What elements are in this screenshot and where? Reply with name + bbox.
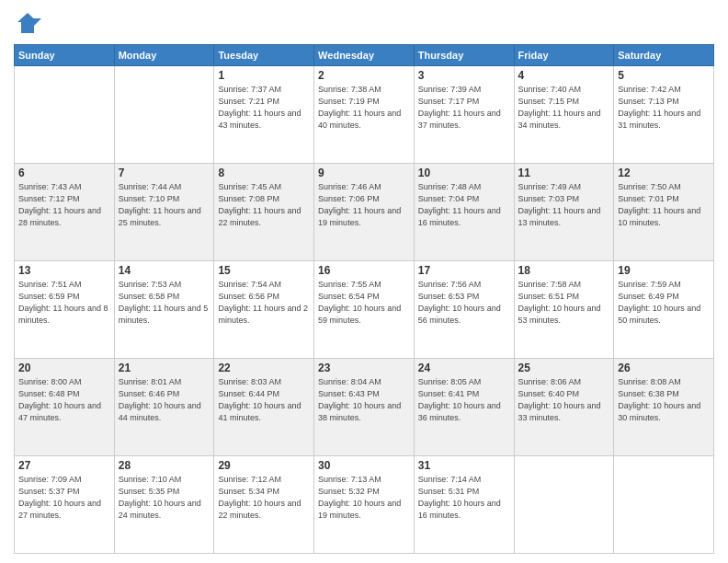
day-info: Sunrise: 8:08 AM Sunset: 6:38 PM Dayligh…	[618, 376, 710, 424]
weekday-header: Saturday	[614, 45, 714, 66]
svg-marker-1	[34, 18, 41, 26]
day-number: 18	[518, 264, 610, 277]
day-info: Sunrise: 7:49 AM Sunset: 7:03 PM Dayligh…	[518, 181, 610, 229]
calendar-cell: 31Sunrise: 7:14 AM Sunset: 5:31 PM Dayli…	[414, 456, 514, 554]
calendar-cell: 26Sunrise: 8:08 AM Sunset: 6:38 PM Dayli…	[614, 359, 714, 456]
weekday-header: Tuesday	[214, 45, 314, 66]
calendar-cell: 18Sunrise: 7:58 AM Sunset: 6:51 PM Dayli…	[514, 261, 614, 359]
day-info: Sunrise: 8:00 AM Sunset: 6:48 PM Dayligh…	[18, 376, 110, 424]
day-number: 15	[218, 264, 310, 277]
calendar-cell: 22Sunrise: 8:03 AM Sunset: 6:44 PM Dayli…	[214, 359, 314, 456]
day-info: Sunrise: 7:09 AM Sunset: 5:37 PM Dayligh…	[18, 474, 110, 522]
day-info: Sunrise: 7:56 AM Sunset: 6:53 PM Dayligh…	[418, 279, 510, 327]
calendar-cell: 21Sunrise: 8:01 AM Sunset: 6:46 PM Dayli…	[114, 359, 214, 456]
day-info: Sunrise: 7:13 AM Sunset: 5:32 PM Dayligh…	[318, 474, 410, 522]
calendar-cell: 25Sunrise: 8:06 AM Sunset: 6:40 PM Dayli…	[514, 359, 614, 456]
day-number: 21	[119, 362, 210, 374]
day-number: 19	[618, 264, 710, 277]
calendar-cell: 6Sunrise: 7:43 AM Sunset: 7:12 PM Daylig…	[15, 164, 115, 261]
day-number: 17	[418, 264, 510, 277]
calendar-cell: 9Sunrise: 7:46 AM Sunset: 7:06 PM Daylig…	[314, 164, 415, 261]
page: SundayMondayTuesdayWednesdayThursdayFrid…	[0, 0, 728, 563]
day-number: 31	[418, 459, 510, 472]
day-number: 5	[618, 69, 710, 82]
day-info: Sunrise: 7:48 AM Sunset: 7:04 PM Dayligh…	[418, 181, 510, 229]
day-number: 7	[119, 167, 210, 179]
day-number: 11	[518, 167, 610, 179]
calendar-cell	[614, 456, 714, 554]
day-info: Sunrise: 8:03 AM Sunset: 6:44 PM Dayligh…	[218, 376, 310, 424]
calendar-cell: 10Sunrise: 7:48 AM Sunset: 7:04 PM Dayli…	[414, 164, 514, 261]
day-info: Sunrise: 7:59 AM Sunset: 6:49 PM Dayligh…	[618, 279, 710, 327]
weekday-header: Sunday	[15, 45, 115, 66]
day-number: 30	[318, 459, 410, 472]
day-info: Sunrise: 7:51 AM Sunset: 6:59 PM Dayligh…	[18, 279, 110, 327]
day-info: Sunrise: 7:42 AM Sunset: 7:13 PM Dayligh…	[618, 84, 710, 132]
day-info: Sunrise: 8:01 AM Sunset: 6:46 PM Dayligh…	[119, 376, 210, 424]
day-info: Sunrise: 7:46 AM Sunset: 7:06 PM Dayligh…	[318, 181, 410, 229]
calendar-cell: 29Sunrise: 7:12 AM Sunset: 5:34 PM Dayli…	[214, 456, 314, 554]
calendar-cell	[514, 456, 614, 554]
calendar-cell: 8Sunrise: 7:45 AM Sunset: 7:08 PM Daylig…	[214, 164, 314, 261]
day-number: 8	[218, 167, 310, 179]
day-info: Sunrise: 7:39 AM Sunset: 7:17 PM Dayligh…	[418, 84, 510, 132]
day-number: 9	[318, 167, 410, 179]
day-info: Sunrise: 7:38 AM Sunset: 7:19 PM Dayligh…	[318, 84, 410, 132]
day-number: 27	[18, 459, 110, 472]
calendar-cell: 2Sunrise: 7:38 AM Sunset: 7:19 PM Daylig…	[314, 66, 415, 164]
day-number: 16	[318, 264, 410, 277]
day-number: 28	[119, 459, 210, 472]
weekday-header: Wednesday	[314, 45, 415, 66]
day-info: Sunrise: 7:53 AM Sunset: 6:58 PM Dayligh…	[119, 279, 210, 327]
day-number: 25	[518, 362, 610, 374]
logo-icon	[14, 9, 41, 37]
day-number: 12	[618, 167, 710, 179]
calendar-cell: 3Sunrise: 7:39 AM Sunset: 7:17 PM Daylig…	[414, 66, 514, 164]
day-info: Sunrise: 7:14 AM Sunset: 5:31 PM Dayligh…	[418, 474, 510, 522]
calendar-cell: 12Sunrise: 7:50 AM Sunset: 7:01 PM Dayli…	[614, 164, 714, 261]
calendar-cell: 19Sunrise: 7:59 AM Sunset: 6:49 PM Dayli…	[614, 261, 714, 359]
day-info: Sunrise: 8:06 AM Sunset: 6:40 PM Dayligh…	[518, 376, 610, 424]
header	[14, 9, 714, 37]
day-info: Sunrise: 7:12 AM Sunset: 5:34 PM Dayligh…	[218, 474, 310, 522]
day-info: Sunrise: 7:44 AM Sunset: 7:10 PM Dayligh…	[119, 181, 210, 229]
calendar-cell: 30Sunrise: 7:13 AM Sunset: 5:32 PM Dayli…	[314, 456, 415, 554]
calendar-cell	[114, 66, 214, 164]
day-info: Sunrise: 7:50 AM Sunset: 7:01 PM Dayligh…	[618, 181, 710, 229]
day-number: 1	[218, 69, 310, 82]
calendar-cell: 4Sunrise: 7:40 AM Sunset: 7:15 PM Daylig…	[514, 66, 614, 164]
day-number: 13	[18, 264, 110, 277]
calendar-cell: 1Sunrise: 7:37 AM Sunset: 7:21 PM Daylig…	[214, 66, 314, 164]
calendar-cell: 5Sunrise: 7:42 AM Sunset: 7:13 PM Daylig…	[614, 66, 714, 164]
weekday-header: Thursday	[414, 45, 514, 66]
day-number: 6	[18, 167, 110, 179]
day-info: Sunrise: 7:43 AM Sunset: 7:12 PM Dayligh…	[18, 181, 110, 229]
day-info: Sunrise: 7:10 AM Sunset: 5:35 PM Dayligh…	[119, 474, 210, 522]
day-number: 24	[418, 362, 510, 374]
logo	[14, 9, 45, 37]
day-number: 4	[518, 69, 610, 82]
calendar-cell: 11Sunrise: 7:49 AM Sunset: 7:03 PM Dayli…	[514, 164, 614, 261]
day-info: Sunrise: 7:40 AM Sunset: 7:15 PM Dayligh…	[518, 84, 610, 132]
calendar-cell: 7Sunrise: 7:44 AM Sunset: 7:10 PM Daylig…	[114, 164, 214, 261]
day-number: 2	[318, 69, 410, 82]
calendar-cell: 14Sunrise: 7:53 AM Sunset: 6:58 PM Dayli…	[114, 261, 214, 359]
day-number: 26	[618, 362, 710, 374]
day-info: Sunrise: 8:05 AM Sunset: 6:41 PM Dayligh…	[418, 376, 510, 424]
day-number: 20	[18, 362, 110, 374]
calendar-cell: 15Sunrise: 7:54 AM Sunset: 6:56 PM Dayli…	[214, 261, 314, 359]
calendar-cell: 28Sunrise: 7:10 AM Sunset: 5:35 PM Dayli…	[114, 456, 214, 554]
day-number: 22	[218, 362, 310, 374]
day-number: 29	[218, 459, 310, 472]
calendar-cell: 13Sunrise: 7:51 AM Sunset: 6:59 PM Dayli…	[15, 261, 115, 359]
day-info: Sunrise: 7:37 AM Sunset: 7:21 PM Dayligh…	[218, 84, 310, 132]
calendar-cell	[15, 66, 115, 164]
day-number: 14	[119, 264, 210, 277]
day-number: 10	[418, 167, 510, 179]
calendar-cell: 16Sunrise: 7:55 AM Sunset: 6:54 PM Dayli…	[314, 261, 415, 359]
weekday-header: Friday	[514, 45, 614, 66]
day-number: 23	[318, 362, 410, 374]
calendar-cell: 23Sunrise: 8:04 AM Sunset: 6:43 PM Dayli…	[314, 359, 415, 456]
day-number: 3	[418, 69, 510, 82]
day-info: Sunrise: 7:58 AM Sunset: 6:51 PM Dayligh…	[518, 279, 610, 327]
